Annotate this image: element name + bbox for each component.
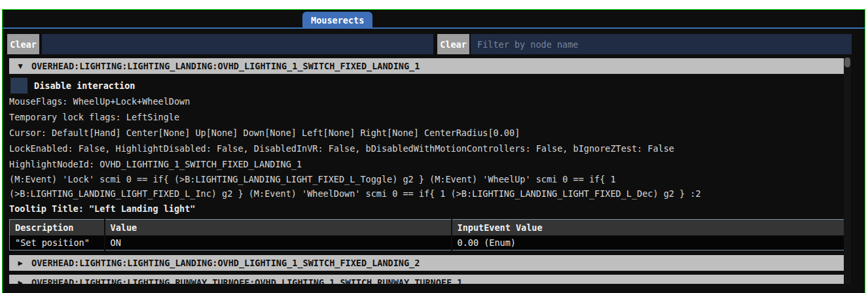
disable-interaction-checkbox[interactable]: [10, 78, 27, 94]
highlight-nodeid-line: HighlightNodeId: OVHD_LIGHTING_1_SWITCH_…: [3, 156, 865, 172]
inputevent-table: Description Value InputEvent Value "Set …: [9, 219, 847, 250]
mouseflags-line: MouseFlags: WheelUp+Lock+WheelDown: [3, 94, 865, 109]
disable-interaction-row: Disable interaction: [10, 78, 865, 94]
column-header-description: Description: [10, 220, 105, 235]
tab-mouserects[interactable]: Mouserects: [302, 12, 372, 29]
cell-inputevent-value: 0.00 (Enum): [452, 235, 847, 250]
triangle-down-icon: ▼: [9, 61, 31, 71]
vertical-scrollbar[interactable]: [844, 57, 851, 284]
lockenabled-line: LockEnabled: False, HighlightDisabled: F…: [3, 141, 865, 156]
cursor-line: Cursor: Default[Hand] Center[None] Up[No…: [3, 125, 865, 141]
mouse-event-script-line-1: (M:Event) 'Lock' scmi 0 == if{ (>B:LIGHT…: [3, 172, 865, 186]
section-title: OVERHEAD:LIGHTING:LIGHTING_LANDING:OVHD_…: [31, 61, 420, 71]
filter-by-node-name-input[interactable]: [471, 34, 852, 54]
search-input[interactable]: [42, 34, 433, 54]
triangle-right-icon: ▶: [9, 278, 31, 284]
mouse-event-script-line-2: (>B:LIGHTING_LANDING_LIGHT_FIXED_L_Inc) …: [3, 186, 865, 201]
clear-filter-button[interactable]: Clear: [437, 34, 469, 54]
table-row: "Set position" ON 0.00 (Enum): [10, 235, 847, 250]
section-header-landing-1[interactable]: ▼ OVERHEAD:LIGHTING:LIGHTING_LANDING:OVH…: [9, 58, 844, 74]
cell-description: "Set position": [10, 235, 105, 250]
mouserects-debug-window: Mouserects Clear Clear ▼ OVERHEAD:LIGHTI…: [2, 9, 865, 293]
temporary-lock-line: Temporary lock flags: LeftSingle: [3, 109, 865, 125]
tooltip-title-line: Tooltip Title: "Left Landing light": [3, 201, 865, 216]
column-header-inputevent-value: InputEvent Value: [452, 220, 847, 235]
section-title: OVERHEAD:LIGHTING:LIGHTING_RUNWAY_TURNOF…: [31, 277, 462, 284]
clear-search-button[interactable]: Clear: [7, 34, 39, 54]
section-header-runway-turnoff-1[interactable]: ▶ OVERHEAD:LIGHTING:LIGHTING_RUNWAY_TURN…: [9, 275, 844, 284]
tab-bar: Mouserects: [3, 10, 865, 29]
tab-mouserects-label: Mouserects: [311, 15, 364, 26]
section-title: OVERHEAD:LIGHTING:LIGHTING_LANDING:OVHD_…: [31, 258, 420, 268]
section-header-landing-2[interactable]: ▶ OVERHEAD:LIGHTING:LIGHTING_LANDING:OVH…: [9, 255, 844, 271]
mouserect-list: ▼ OVERHEAD:LIGHTING:LIGHTING_LANDING:OVH…: [3, 57, 865, 284]
column-header-value: Value: [105, 220, 452, 235]
scrollbar-thumb[interactable]: [844, 58, 850, 67]
table-header-row: Description Value InputEvent Value: [10, 220, 847, 235]
disable-interaction-label: Disable interaction: [34, 80, 135, 91]
toolbar: Clear Clear: [7, 34, 858, 54]
triangle-right-icon: ▶: [9, 258, 31, 267]
cell-value: ON: [105, 235, 452, 250]
